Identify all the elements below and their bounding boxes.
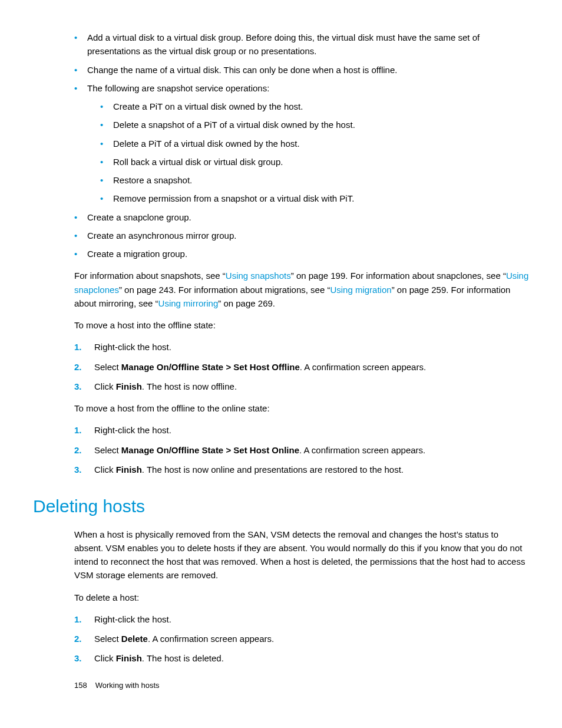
list-item: Create an asynchronous mirror group. (74, 229, 529, 242)
step-item: Click Finish. The host is deleted. (74, 651, 529, 665)
list-text: Change the name of a virtual disk. This … (87, 65, 397, 75)
list-item: Roll back a virtual disk or virtual disk… (100, 155, 529, 169)
list-text: Restore a snapshot. (113, 175, 192, 185)
list-item: Create a migration group. (74, 247, 529, 261)
step-item: Click Finish. The host is now offline. (74, 380, 529, 393)
link-using-migration[interactable]: Using migration (330, 285, 391, 295)
text: ” on page 243. For information about mig… (119, 285, 330, 295)
step-text: . A confirmation screen appears. (148, 634, 274, 644)
list-item: Restore a snapshot. (100, 173, 529, 187)
list-text: Add a virtual disk to a virtual disk gro… (87, 32, 480, 56)
heading-deleting-hosts: Deleting hosts (33, 493, 529, 521)
offline-steps: Right-click the host. Select Manage On/O… (74, 340, 529, 393)
page-content: Add a virtual disk to a virtual disk gro… (74, 31, 529, 666)
list-item: Delete a snapshot of a PiT of a virtual … (100, 118, 529, 131)
step-bold: Finish (116, 653, 142, 663)
step-bold: Finish (116, 381, 142, 391)
list-item: Remove permission from a snapshot or a v… (100, 192, 529, 205)
list-text: Create a migration group. (87, 249, 187, 259)
list-text: The following are snapshot service opera… (87, 83, 269, 93)
step-text: . The host is now online and presentatio… (142, 465, 404, 475)
step-text: Select (94, 362, 121, 372)
step-text: Click (94, 465, 116, 475)
step-bold: Manage On/Offline State > Set Host Onlin… (121, 445, 299, 455)
step-text: . A confirmation screen appears. (300, 362, 426, 372)
list-text: Create an asynchronous mirror group. (87, 230, 236, 241)
list-item: Create a PiT on a virtual disk owned by … (100, 100, 529, 113)
footer-title: Working with hosts (95, 681, 160, 690)
link-using-snapshots[interactable]: Using snapshots (226, 271, 291, 281)
online-steps: Right-click the host. Select Manage On/O… (74, 423, 529, 476)
info-paragraph: For information about snapshots, see “Us… (74, 269, 529, 310)
step-text: Select (94, 634, 121, 644)
step-text: Right-click the host. (94, 425, 171, 435)
list-item: Delete a PiT of a virtual disk owned by … (100, 137, 529, 150)
link-using-mirroring[interactable]: Using mirroring (158, 298, 219, 308)
step-item: Select Delete. A confirmation screen app… (74, 632, 529, 645)
text: ” on page 269. (218, 298, 275, 308)
offline-intro: To move a host into the offline state: (74, 318, 529, 332)
list-text: Delete a PiT of a virtual disk owned by … (113, 139, 300, 149)
step-text: Select (94, 445, 121, 455)
step-item: Select Manage On/Offline State > Set Hos… (74, 360, 529, 374)
step-bold: Finish (116, 465, 142, 475)
online-intro: To move a host from the offline to the o… (74, 401, 529, 415)
deleting-para: When a host is physically removed from t… (74, 528, 529, 582)
step-item: Select Manage On/Offline State > Set Hos… (74, 443, 529, 457)
list-text: Delete a snapshot of a PiT of a virtual … (113, 120, 355, 130)
top-bullet-list: Add a virtual disk to a virtual disk gro… (74, 31, 529, 261)
step-item: Right-click the host. (74, 423, 529, 437)
list-text: Remove permission from a snapshot or a v… (113, 193, 354, 203)
step-bold: Delete (121, 634, 148, 644)
step-text: Click (94, 653, 116, 663)
document-page: Add a virtual disk to a virtual disk gro… (0, 0, 562, 728)
step-text: Right-click the host. (94, 614, 171, 624)
sub-bullet-list: Create a PiT on a virtual disk owned by … (100, 100, 529, 206)
step-text: . The host is deleted. (142, 653, 224, 663)
page-footer: 158Working with hosts (74, 680, 160, 691)
list-item: Add a virtual disk to a virtual disk gro… (74, 31, 529, 58)
delete-steps: Right-click the host. Select Delete. A c… (74, 612, 529, 666)
text: ” on page 199. For information about sna… (291, 271, 506, 281)
list-text: Create a snapclone group. (87, 212, 191, 222)
step-text: Right-click the host. (94, 342, 171, 352)
list-text: Roll back a virtual disk or virtual disk… (113, 157, 283, 167)
list-item: The following are snapshot service opera… (74, 81, 529, 206)
step-bold: Manage On/Offline State > Set Host Offli… (121, 362, 300, 372)
list-text: Create a PiT on a virtual disk owned by … (113, 101, 303, 111)
list-item: Create a snapclone group. (74, 210, 529, 224)
text: For information about snapshots, see “ (74, 271, 226, 281)
step-text: Click (94, 381, 116, 391)
step-text: . A confirmation screen appears. (299, 445, 425, 455)
page-number: 158 (74, 681, 87, 690)
step-text: . The host is now offline. (142, 381, 237, 391)
delete-intro: To delete a host: (74, 591, 529, 604)
step-item: Right-click the host. (74, 612, 529, 626)
step-item: Click Finish. The host is now online and… (74, 463, 529, 476)
step-item: Right-click the host. (74, 340, 529, 354)
list-item: Change the name of a virtual disk. This … (74, 63, 529, 77)
